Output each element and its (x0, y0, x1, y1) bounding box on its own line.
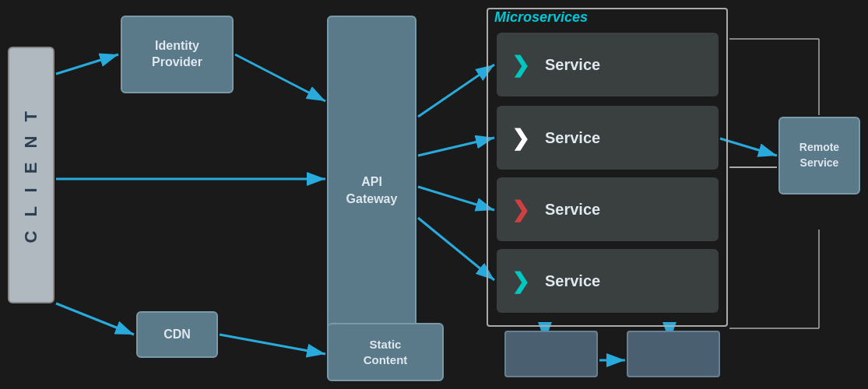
client-box: C L I E N T (8, 47, 54, 303)
database-box-1 (504, 331, 598, 377)
static-content-box: StaticContent (327, 323, 444, 381)
svg-line-11 (720, 138, 777, 156)
svg-line-7 (418, 65, 494, 117)
identity-provider-label: IdentityProvider (152, 38, 202, 71)
remote-service-label: RemoteService (799, 140, 839, 170)
identity-provider-box: IdentityProvider (121, 16, 234, 93)
service-label-3: Service (545, 201, 600, 219)
microservices-title: Microservices (494, 9, 588, 26)
chevron-icon-4: ❯ (506, 267, 534, 295)
api-gateway-label: APIGateway (346, 173, 398, 209)
service-box-1: ❯ Service (497, 33, 719, 96)
remote-service-box: RemoteService (778, 117, 860, 194)
database-box-2 (627, 331, 720, 377)
svg-line-6 (220, 335, 325, 354)
service-label-2: Service (545, 129, 600, 147)
api-gateway-box: APIGateway (327, 16, 416, 366)
chevron-icon-2: ❯ (506, 124, 534, 152)
svg-line-9 (418, 187, 494, 210)
svg-line-8 (418, 138, 494, 156)
cdn-label: CDN (163, 328, 191, 342)
chevron-icon-1: ❯ (506, 51, 534, 79)
cdn-box: CDN (136, 311, 218, 358)
client-label: C L I E N T (21, 107, 41, 244)
chevron-icon-3: ❯ (506, 195, 534, 223)
diagram: C L I E N T IdentityProvider CDN APIGate… (0, 0, 868, 389)
svg-line-2 (56, 54, 118, 74)
service-label-1: Service (545, 56, 600, 74)
service-box-4: ❯ Service (497, 249, 719, 313)
service-label-4: Service (545, 272, 600, 290)
static-content-label: StaticContent (364, 337, 408, 367)
service-box-2: ❯ Service (497, 106, 719, 170)
svg-line-3 (235, 54, 325, 101)
svg-line-10 (418, 218, 494, 280)
svg-line-5 (56, 303, 134, 335)
service-box-3: ❯ Service (497, 177, 719, 241)
